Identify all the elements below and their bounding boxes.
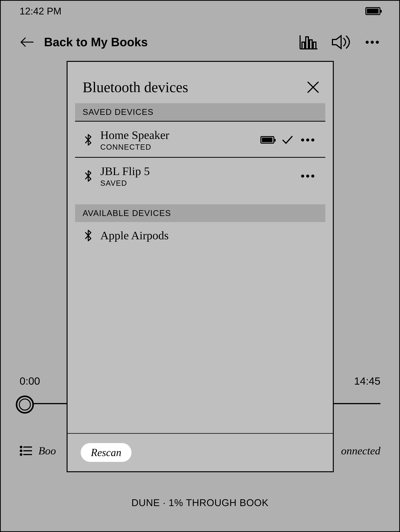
device-more-icon[interactable]: •••: [301, 170, 316, 183]
equalizer-icon[interactable]: [299, 35, 318, 50]
bluetooth-dialog: Bluetooth devices SAVED DEVICES Home Spe…: [67, 61, 334, 472]
rescan-button[interactable]: Rescan: [81, 443, 131, 462]
more-icon[interactable]: •••: [365, 36, 381, 49]
checkmark-icon: [282, 135, 293, 144]
available-devices-header: AVAILABLE DEVICES: [75, 204, 325, 222]
dialog-footer: Rescan: [68, 433, 333, 471]
saved-device-row[interactable]: JBL Flip 5 SAVED •••: [75, 157, 325, 193]
back-button[interactable]: Back to My Books: [19, 35, 148, 49]
available-device-row[interactable]: Apple Airpods: [75, 222, 325, 248]
connection-label-partial[interactable]: onnected: [341, 444, 381, 457]
saved-devices-header: SAVED DEVICES: [75, 103, 325, 121]
saved-device-row[interactable]: Home Speaker CONNECTED •••: [75, 121, 325, 157]
device-name: JBL Flip 5: [100, 165, 292, 178]
device-status: SAVED: [100, 179, 292, 187]
status-time: 12:42 PM: [19, 6, 62, 17]
close-icon[interactable]: [306, 81, 320, 94]
svg-rect-6: [313, 42, 316, 49]
nav-title: Back to My Books: [44, 35, 148, 49]
dialog-title: Bluetooth devices: [83, 79, 188, 96]
svg-marker-7: [332, 36, 341, 49]
chapter-label-partial[interactable]: Boo: [38, 444, 56, 457]
device-name: Home Speaker: [100, 128, 252, 142]
device-battery-icon: [260, 136, 274, 144]
remaining-time: 14:45: [354, 375, 381, 387]
nav-header: Back to My Books •••: [1, 29, 399, 55]
device-name: Apple Airpods: [100, 229, 316, 242]
svg-point-8: [20, 446, 22, 448]
svg-rect-4: [306, 37, 308, 49]
svg-rect-3: [302, 42, 305, 49]
device-status: CONNECTED: [100, 143, 252, 151]
list-icon[interactable]: [19, 445, 33, 456]
svg-point-12: [20, 454, 22, 455]
elapsed-time: 0:00: [19, 375, 40, 387]
battery-icon: [365, 7, 381, 15]
progress-caption: DUNE · 1% THROUGH BOOK: [1, 497, 399, 508]
progress-thumb[interactable]: [16, 396, 34, 414]
bluetooth-icon: [84, 170, 92, 182]
bluetooth-icon: [84, 229, 92, 241]
back-arrow-icon: [19, 37, 35, 48]
speaker-icon[interactable]: [331, 35, 352, 50]
status-bar: 12:42 PM: [1, 1, 399, 21]
bluetooth-icon: [84, 134, 92, 146]
svg-point-10: [20, 450, 22, 451]
svg-rect-5: [310, 40, 312, 49]
device-more-icon[interactable]: •••: [301, 133, 316, 146]
